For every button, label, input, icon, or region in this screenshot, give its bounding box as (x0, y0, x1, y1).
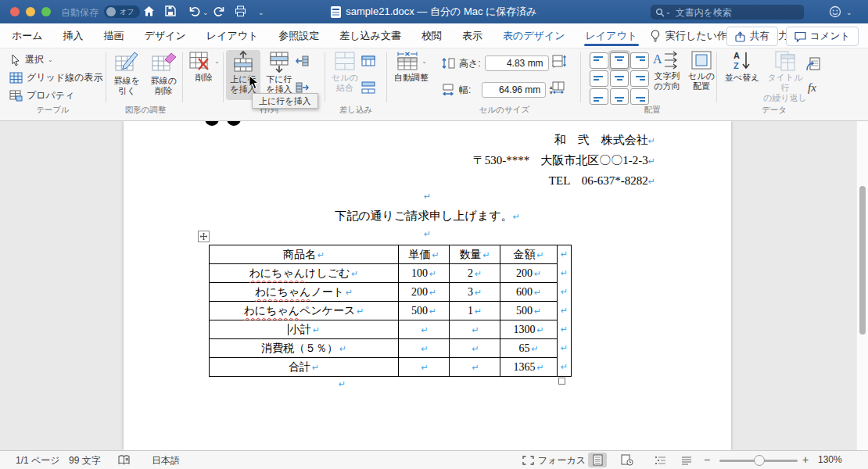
insert-column-right-button[interactable] (296, 81, 309, 94)
table-properties-button[interactable]: プロパティ (9, 89, 74, 102)
table-cell[interactable]: ↵ (450, 339, 500, 358)
insert-row-below-button[interactable]: 下に行 を挿入 (262, 50, 296, 95)
feedback-chevron-icon[interactable]: ⌄ (846, 9, 852, 16)
table-cell[interactable]: 単価↵ (399, 245, 450, 264)
table-cell[interactable]: ↵ (450, 320, 500, 339)
split-table-button[interactable] (361, 81, 375, 94)
vertical-scrollbar[interactable] (856, 121, 868, 450)
search-box[interactable]: ⌄ (651, 5, 804, 20)
table-cell[interactable]: 合計↵ (210, 358, 399, 377)
column-width-input[interactable] (482, 82, 546, 98)
table-cell[interactable]: 3↵ (450, 283, 500, 302)
table-cell[interactable]: 2↵ (450, 264, 500, 283)
table-cell[interactable]: 金額↵ (500, 245, 558, 264)
undo-icon[interactable] (188, 5, 201, 17)
sort-button[interactable]: AZ 並べ替え (723, 50, 762, 83)
tab-references[interactable]: 参照設定 (278, 23, 319, 48)
tab-table-design[interactable]: 表のデザイン (503, 23, 565, 48)
print-layout-view-button[interactable] (588, 453, 607, 467)
undo-dropdown-chevron-icon[interactable]: ⌄ (203, 9, 209, 16)
tab-mailings[interactable]: 差し込み文書 (339, 23, 401, 48)
align-bot-left-button[interactable] (590, 88, 608, 105)
table-cell[interactable]: わにちゃんノート↵ (210, 283, 399, 302)
table-cell[interactable]: わにちゃんペンケース↵ (210, 302, 399, 320)
zoom-slider[interactable] (719, 460, 798, 462)
page-count[interactable]: 1/1 ページ (16, 454, 60, 467)
align-mid-righ-button[interactable] (630, 70, 649, 87)
focus-mode-icon[interactable] (522, 456, 534, 465)
convert-to-text-button[interactable] (805, 56, 821, 72)
table-cell[interactable]: 小計↵ (210, 320, 399, 339)
page[interactable]: 和 弐 株式会社↵ 〒530-****大阪市北区〇〇1-2-3↵ TEL 06-… (124, 121, 731, 450)
proofing-status-icon[interactable] (117, 455, 131, 466)
comments-button[interactable]: コメント (786, 27, 859, 46)
close-window-button[interactable] (10, 7, 20, 16)
redo-icon[interactable] (213, 5, 225, 17)
align-top-righ-button[interactable] (630, 52, 649, 69)
insert-column-left-button[interactable] (296, 55, 309, 67)
select-menu[interactable]: 選択 ⌄ (9, 53, 53, 66)
save-icon[interactable] (165, 5, 176, 16)
align-top-left-button[interactable] (590, 52, 608, 69)
table-cell[interactable]: ↵ (399, 320, 450, 339)
web-layout-view-button[interactable] (618, 453, 637, 467)
formula-button[interactable]: fx (807, 80, 824, 95)
feedback-smiley-icon[interactable] (829, 5, 841, 18)
table-cell[interactable]: 500↵ (399, 302, 450, 320)
split-cells-button[interactable] (361, 55, 375, 67)
table-cell[interactable]: 65↵ (500, 339, 558, 358)
table-cell[interactable]: わにちゃんけしごむ↵ (210, 264, 399, 283)
delete-table-button[interactable]: ⌄ 削除 (185, 50, 223, 83)
table-cell[interactable]: 数量↵ (450, 245, 500, 264)
invoice-table[interactable]: 商品名↵単価↵数量↵金額↵↵わにちゃんけしごむ↵100↵2↵200↵↵わにちゃん… (209, 245, 572, 377)
cell-margins-button[interactable]: セルの 配置 (685, 50, 718, 91)
distribute-rows-button[interactable] (552, 55, 566, 67)
zoom-out-button[interactable]: − (704, 453, 710, 466)
table-cell[interactable]: 商品名↵ (210, 245, 399, 264)
tab-table-layout[interactable]: レイアウト (586, 23, 638, 48)
autosave-toggle[interactable]: オフ (104, 5, 140, 18)
search-input[interactable] (674, 6, 779, 19)
align-top-cent-button[interactable] (610, 52, 629, 69)
quick-access-more-chevron-icon[interactable]: ⌄ (258, 9, 264, 16)
language-indicator[interactable]: 日本語 (152, 454, 180, 467)
zoom-window-button[interactable] (41, 7, 51, 16)
tab-view[interactable]: 表示 (462, 23, 482, 48)
table-cell[interactable]: 100↵ (399, 264, 450, 283)
text-direction-button[interactable]: A 文字列 の方向 (651, 50, 683, 91)
share-button[interactable]: 共有 (726, 27, 778, 46)
align-bot-cent-button[interactable] (610, 88, 629, 105)
print-icon[interactable] (235, 5, 246, 17)
home-icon[interactable] (143, 5, 155, 17)
scrollbar-thumb[interactable] (859, 186, 866, 335)
draw-table-button[interactable]: 罫線を 引く (109, 50, 145, 96)
table-cell[interactable]: 1300↵ (500, 320, 558, 339)
focus-mode-label[interactable]: フォーカス (538, 454, 586, 467)
table-cell[interactable]: 600↵ (500, 283, 558, 302)
table-cell[interactable]: 500↵ (500, 302, 558, 320)
align-mid-cent-button[interactable] (610, 70, 629, 87)
tab-design[interactable]: デザイン (145, 23, 186, 48)
outline-view-button[interactable] (651, 453, 669, 467)
align-bot-righ-button[interactable] (630, 88, 649, 105)
zoom-level[interactable]: 130% (818, 454, 842, 465)
table-cell[interactable]: 消費税（５％）↵ (210, 339, 399, 358)
view-gridlines-button[interactable]: グリッド線の表示 (9, 71, 102, 84)
tab-review[interactable]: 校閲 (421, 23, 442, 48)
align-mid-left-button[interactable] (590, 70, 608, 87)
table-cell[interactable]: 1↵ (450, 302, 500, 320)
distribute-columns-button[interactable] (552, 81, 566, 94)
row-height-input[interactable] (485, 55, 549, 71)
zoom-slider-thumb[interactable] (754, 455, 765, 466)
tab-draw[interactable]: 描画 (104, 23, 124, 48)
tab-insert[interactable]: 挿入 (63, 23, 84, 48)
tab-home[interactable]: ホーム (12, 23, 43, 48)
table-cell[interactable]: ↵ (399, 339, 450, 358)
search-scope-chevron-icon[interactable]: ⌄ (665, 9, 671, 16)
autofit-button[interactable]: ⌄ 自動調整 (389, 50, 433, 83)
table-cell[interactable]: ↵ (399, 358, 450, 377)
zoom-in-button[interactable]: + (802, 453, 809, 466)
draft-view-button[interactable] (677, 453, 696, 467)
table-move-handle[interactable] (198, 231, 210, 242)
table-cell[interactable]: 200↵ (500, 264, 558, 283)
